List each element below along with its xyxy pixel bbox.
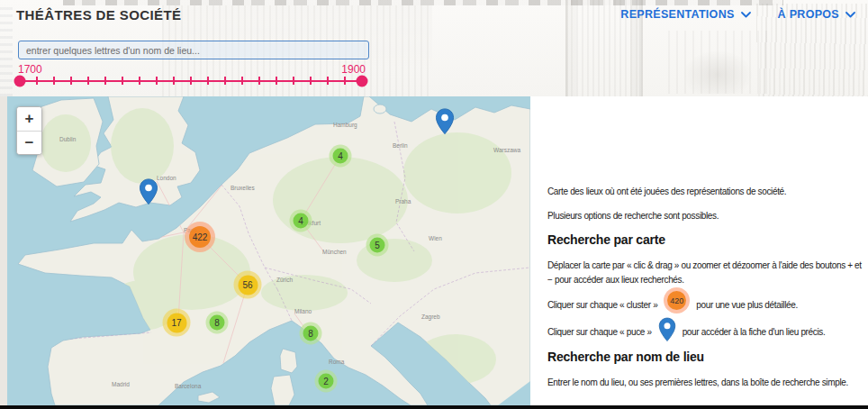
map-cluster-count: 17	[167, 313, 186, 332]
nav-a-propos-label: À PROPOS	[778, 8, 839, 21]
window-bottom-edge	[0, 405, 868, 409]
info-panel: Carte des lieux où ont été jouées des re…	[530, 96, 868, 405]
panel-name-search-instructions: Entrer le nom du lieu, ou ses premières …	[547, 376, 866, 390]
map-pin-marker[interactable]	[435, 108, 455, 139]
pin-instruction-after: pour accéder à la fiche d'un lieu précis…	[683, 327, 826, 337]
map-cluster-count: 4	[333, 149, 348, 164]
pin-instruction-before: Cliquer sur chaque « puce »	[547, 327, 652, 337]
cluster-example-icon: 420	[664, 287, 690, 314]
map-zoom-control: + −	[16, 106, 42, 155]
map-markers-layer: 4224455617882	[7, 96, 530, 405]
map-cluster-marker[interactable]: 2	[315, 370, 338, 393]
map-cluster-marker[interactable]: 8	[206, 312, 229, 334]
heading-recherche-par-nom: Recherche par nom de lieu	[547, 350, 866, 364]
panel-drag-instructions: Déplacer la carte par « clic & drag » ou…	[547, 259, 866, 286]
map-cluster-marker[interactable]: 4	[290, 210, 312, 232]
slider-start-year: 1700	[18, 63, 42, 76]
cluster-instruction-line: Cliquer sur chaque « cluster » 420 pour …	[547, 296, 866, 314]
panel-intro-2: Plusieurs options de recherche sont poss…	[547, 209, 866, 223]
nav-a-propos[interactable]: À PROPOS	[778, 8, 855, 21]
slider-end-year: 1900	[341, 63, 366, 76]
cluster-example-count: 420	[667, 291, 686, 310]
map-cluster-count: 8	[210, 315, 225, 331]
nav-representations-label: REPRÉSENTATIONS	[620, 8, 734, 21]
chevron-down-icon	[845, 12, 855, 18]
map[interactable]: DublinLondonParisBruxellesHamburgBerlinF…	[7, 96, 530, 405]
map-cluster-marker[interactable]: 56	[234, 271, 262, 299]
page-gutter	[0, 96, 7, 405]
page: THÉÂTRES DE SOCIÉTÉ REPRÉSENTATIONS À PR…	[0, 0, 868, 409]
heading-recherche-par-carte: Recherche par carte	[547, 232, 866, 247]
engraving-candelabra-texture	[668, 31, 767, 94]
zoom-out-button[interactable]: −	[17, 131, 41, 154]
map-cluster-count: 56	[238, 275, 258, 295]
map-cluster-marker[interactable]: 422	[185, 222, 215, 252]
site-title: THÉÂTRES DE SOCIÉTÉ	[16, 7, 181, 23]
place-search-input[interactable]	[18, 41, 369, 59]
map-pin-marker[interactable]	[139, 178, 158, 209]
map-pin-example-icon	[658, 317, 676, 342]
year-range-slider: 1700 1900	[20, 63, 362, 90]
nav-representations[interactable]: REPRÉSENTATIONS	[620, 8, 750, 21]
map-cluster-marker[interactable]: 17	[163, 309, 191, 337]
map-cluster-count: 4	[294, 214, 309, 229]
map-cluster-count: 8	[303, 326, 319, 341]
main-nav: REPRÉSENTATIONS À PROPOS	[620, 8, 855, 21]
map-cluster-marker[interactable]: 4	[330, 145, 352, 168]
map-cluster-marker[interactable]: 5	[366, 234, 389, 257]
pin-instruction-line: Cliquer sur chaque « puce » pour accéder…	[547, 321, 866, 342]
panel-intro-1: Carte des lieux où ont été jouées des re…	[547, 185, 866, 199]
engraving-texture	[63, 0, 783, 5]
chevron-down-icon	[741, 12, 751, 18]
map-cluster-count: 5	[370, 238, 385, 253]
engraving-texture	[0, 4, 13, 96]
slider-handle-start[interactable]	[14, 76, 26, 87]
header: THÉÂTRES DE SOCIÉTÉ REPRÉSENTATIONS À PR…	[0, 0, 868, 96]
slider-track[interactable]	[20, 80, 362, 82]
zoom-in-button[interactable]: +	[17, 107, 41, 131]
map-cluster-count: 422	[189, 226, 211, 248]
map-cluster-count: 2	[319, 374, 334, 389]
cluster-instruction-after: pour une vue plus détaillée.	[696, 300, 798, 310]
map-cluster-marker[interactable]: 8	[300, 323, 322, 345]
cluster-instruction-before: Cliquer sur chaque « cluster »	[547, 300, 657, 310]
slider-handle-end[interactable]	[357, 76, 368, 87]
